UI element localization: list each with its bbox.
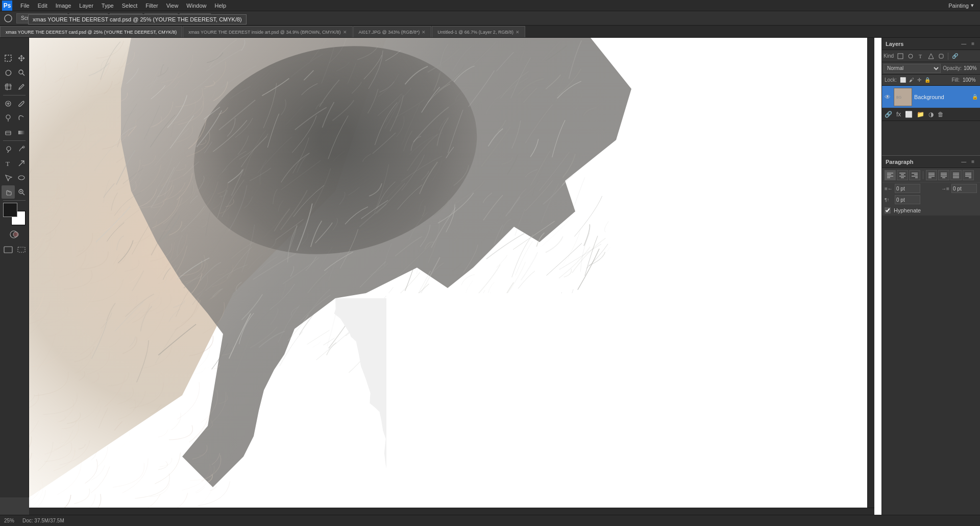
layers-panel-menu[interactable]: ≡ [970, 40, 976, 47]
menu-type[interactable]: Type [97, 2, 118, 10]
shape-tool[interactable] [15, 171, 28, 184]
svg-line-13 [8, 151, 9, 153]
brush-tool[interactable] [15, 97, 28, 110]
color-swatches[interactable] [3, 203, 26, 225]
doc-tab-close-2[interactable]: ✕ [422, 30, 426, 35]
artboard-tool[interactable] [15, 243, 28, 256]
indent-left-input[interactable] [895, 184, 920, 193]
layer-lock-icon: 🔒 [972, 94, 978, 100]
doc-tab-close-3[interactable]: ✕ [516, 30, 520, 35]
hyphenate-checkbox[interactable] [885, 207, 891, 213]
horizontal-scrollbar[interactable] [29, 508, 874, 515]
quick-mask-tool[interactable] [8, 228, 21, 241]
doc-tab-3[interactable]: Untitled-1 @ 66.7% (Layer 2, RGB/8) ✕ [432, 26, 525, 37]
menu-window[interactable]: Window [182, 2, 210, 10]
tooltip-box: xmas YOURE THE DEEREST card.psd @ 25% (Y… [28, 14, 247, 25]
menu-edit[interactable]: Edit [34, 2, 52, 10]
doc-tab-2[interactable]: AI017.JPG @ 343% (RGB/8*) ✕ [353, 26, 432, 37]
zoom-tool[interactable] [15, 185, 28, 199]
space-before-input[interactable] [895, 195, 920, 204]
workspace-selector[interactable]: Painting ▾ [944, 1, 978, 10]
justify-all-btn[interactable] [950, 170, 962, 180]
lasso-tool[interactable] [2, 66, 15, 79]
pen-tool[interactable] [15, 142, 28, 156]
opacity-value: 100% [964, 65, 978, 71]
kind-pixel-icon[interactable] [896, 52, 905, 61]
layer-visibility-eye[interactable]: 👁 [884, 93, 892, 101]
justify-center-btn[interactable] [938, 170, 949, 180]
vertical-scrollbar[interactable] [867, 38, 874, 508]
kind-type-icon[interactable]: T [916, 52, 925, 61]
lock-position-icon[interactable]: ✛ [917, 77, 921, 83]
kind-link-icon[interactable]: 🔗 [950, 52, 960, 61]
paragraph-panel-menu[interactable]: ≡ [970, 158, 976, 165]
svg-text:BG: BG [896, 95, 901, 99]
dodge-tool[interactable] [2, 142, 15, 156]
marquee-tool[interactable] [2, 52, 15, 65]
crop-tool[interactable] [2, 80, 15, 93]
menu-image[interactable]: Image [52, 2, 76, 10]
svg-rect-24 [18, 247, 25, 252]
menu-file[interactable]: File [16, 2, 34, 10]
paragraph-panel: Paragraph — ≡ [881, 155, 980, 216]
layer-mask-icon[interactable]: ⬜ [904, 110, 914, 119]
direct-selection-tool[interactable] [2, 171, 15, 184]
menu-help[interactable]: Help [210, 2, 230, 10]
align-right-btn[interactable] [909, 170, 920, 180]
path-selection-tool[interactable] [15, 157, 28, 170]
paragraph-panel-header: Paragraph — ≡ [881, 156, 980, 168]
workspace-dropdown-icon: ▾ [971, 2, 974, 9]
move-tool[interactable] [15, 52, 28, 65]
svg-point-0 [5, 15, 12, 22]
foreground-color-swatch[interactable] [3, 203, 17, 217]
lock-all-icon[interactable]: 🔒 [924, 77, 930, 83]
eraser-tool[interactable] [2, 126, 15, 139]
history-brush-tool[interactable] [15, 111, 28, 125]
justify-right-btn[interactable] [963, 170, 974, 180]
svg-point-26 [909, 54, 913, 58]
align-left-btn[interactable] [885, 170, 896, 180]
layers-panel-collapse[interactable]: — [960, 40, 968, 47]
doc-tab-1[interactable]: xmas YOURE THE DEEREST inside art.psd @ … [183, 26, 352, 37]
menu-layer[interactable]: Layer [75, 2, 97, 10]
layer-trash-icon[interactable]: 🗑 [937, 110, 945, 119]
layer-fx-icon[interactable]: fx [895, 110, 902, 119]
doc-tab-0[interactable]: xmas YOURE THE DEEREST card.psd @ 25% (Y… [0, 26, 182, 37]
lock-transparency-icon[interactable]: ⬜ [900, 77, 906, 83]
hand-tool-svg [4, 14, 13, 23]
type-tool[interactable]: T [2, 157, 15, 170]
layer-item-background[interactable]: 👁 BG Background 🔒 [881, 86, 980, 108]
align-center-btn[interactable] [897, 170, 908, 180]
kind-adjustment-icon[interactable] [906, 52, 915, 61]
doc-tab-close-1[interactable]: ✕ [343, 30, 347, 35]
blend-mode-select[interactable]: Normal [884, 64, 941, 73]
layer-adjustment-icon[interactable]: ◑ [927, 110, 935, 119]
indent-right-icon: →≡ [941, 186, 949, 192]
quick-selection-tool[interactable] [15, 66, 28, 79]
gradient-tool[interactable] [15, 126, 28, 139]
paragraph-panel-collapse[interactable]: — [960, 158, 968, 165]
lock-paint-icon[interactable]: 🖌 [909, 77, 914, 83]
menu-filter[interactable]: Filter [141, 2, 162, 10]
svg-point-8 [6, 115, 10, 119]
hand-tool[interactable] [2, 185, 15, 199]
kind-shape-icon[interactable] [926, 52, 936, 61]
indent-right-input[interactable] [951, 184, 977, 193]
menu-bar: Ps File Edit Image Layer Type Select Fil… [0, 0, 980, 11]
space-before-icon: ¶↑ [885, 197, 893, 202]
screen-mode-tool[interactable] [2, 243, 15, 256]
indent-left-row: ≡← →≡ [881, 183, 980, 194]
healing-brush-tool[interactable] [2, 97, 15, 110]
para-align-row [881, 168, 980, 183]
doc-tab-label-2: AI017.JPG @ 343% (RGB/8*) [359, 30, 420, 35]
layer-name: Background [914, 94, 970, 100]
clone-stamp-tool[interactable] [2, 111, 15, 125]
layer-link-icon[interactable]: 🔗 [884, 110, 893, 119]
menu-view[interactable]: View [162, 2, 183, 10]
eyedropper-tool[interactable] [15, 80, 28, 93]
menu-select[interactable]: Select [118, 2, 142, 10]
layer-group-icon[interactable]: 📁 [916, 110, 925, 119]
fur-image-canvas [29, 38, 881, 515]
kind-smart-icon[interactable] [937, 52, 946, 61]
justify-left-btn[interactable] [926, 170, 937, 180]
